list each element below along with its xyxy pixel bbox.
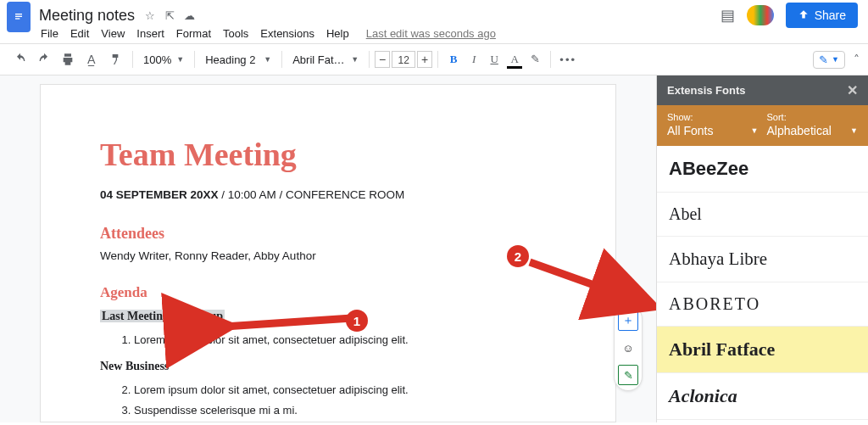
title-action-icons: ☆ ⇱ ☁ bbox=[142, 9, 198, 22]
font-item-abril-fatface[interactable]: Abril Fatface bbox=[657, 327, 868, 373]
side-floating-toolbar: ＋ ☺ ✎ bbox=[614, 305, 643, 391]
separator bbox=[550, 51, 551, 68]
ordered-list-1[interactable]: Lorem ipsum dolor sit amet, consectetuer… bbox=[134, 330, 556, 351]
close-icon[interactable]: ✕ bbox=[847, 82, 858, 98]
print-icon[interactable] bbox=[59, 49, 76, 70]
document-canvas[interactable]: Team Meeting 04 SEPTEMBER 20XX / 10:00 A… bbox=[0, 75, 656, 422]
editing-mode-select[interactable]: ✎▼ bbox=[813, 51, 845, 69]
font-item-abhaya-libre[interactable]: Abhaya Libre bbox=[657, 237, 868, 282]
annotation-badge-2: 2 bbox=[507, 245, 529, 267]
date-rest: / 10:00 AM / CONFERENCE ROOM bbox=[219, 188, 405, 201]
underline-button[interactable]: U bbox=[484, 49, 504, 70]
menu-extensions[interactable]: Extensions bbox=[260, 27, 314, 40]
caret-down-icon: ▼ bbox=[176, 55, 184, 64]
font-item-aboreto[interactable]: ABORETO bbox=[657, 282, 868, 327]
font-list[interactable]: ABeeZee Abel Abhaya Libre ABORETO Abril … bbox=[657, 146, 868, 422]
highlight-button[interactable]: ✎ bbox=[525, 49, 545, 70]
suggest-edit-icon[interactable]: ✎ bbox=[618, 365, 638, 385]
last-edit-link[interactable]: Last edit was seconds ago bbox=[366, 27, 496, 40]
font-item-abeezee[interactable]: ABeeZee bbox=[657, 146, 868, 193]
caret-down-icon: ▼ bbox=[351, 55, 359, 64]
paragraph-style-select[interactable]: Heading 2▼ bbox=[200, 53, 276, 66]
pen-icon: ✎ bbox=[819, 53, 828, 66]
paint-format-icon[interactable] bbox=[107, 49, 124, 70]
show-filter[interactable]: Show: All Fonts▼ bbox=[667, 112, 759, 137]
caret-down-icon: ▼ bbox=[850, 126, 858, 135]
spellcheck-icon[interactable]: A̲ bbox=[83, 49, 100, 70]
menu-tools[interactable]: Tools bbox=[223, 27, 248, 40]
attendees-heading[interactable]: Attendees bbox=[100, 225, 556, 243]
toolbar: A̲ 100%▼ Heading 2▼ Abril Fatface▼ − 12 … bbox=[0, 43, 868, 75]
decrease-font-button[interactable]: − bbox=[375, 51, 390, 68]
svg-rect-3 bbox=[15, 18, 19, 19]
document-title[interactable]: Meeting notes bbox=[39, 7, 135, 25]
show-value: All Fonts bbox=[667, 124, 713, 137]
list-item[interactable]: Suspendisse scelerisque mi a mi. bbox=[134, 400, 556, 422]
font-item-aclonica[interactable]: Aclonica bbox=[657, 373, 868, 420]
doc-heading-title[interactable]: Team Meeting bbox=[100, 136, 556, 173]
zoom-value: 100% bbox=[143, 53, 171, 66]
menu-help[interactable]: Help bbox=[326, 27, 349, 40]
show-label: Show: bbox=[667, 112, 759, 122]
text-color-button[interactable]: A bbox=[504, 49, 525, 70]
menu-file[interactable]: File bbox=[41, 27, 58, 40]
collapse-toolbar-icon[interactable]: ˄ bbox=[854, 53, 860, 66]
body-area: Team Meeting 04 SEPTEMBER 20XX / 10:00 A… bbox=[0, 75, 868, 422]
caret-down-icon: ▼ bbox=[832, 55, 839, 64]
separator bbox=[369, 51, 370, 68]
comments-icon[interactable]: ▤ bbox=[721, 6, 735, 25]
redo-icon[interactable] bbox=[36, 49, 53, 70]
star-icon[interactable]: ☆ bbox=[145, 9, 155, 22]
meet-icon[interactable] bbox=[747, 5, 774, 25]
menu-insert[interactable]: Insert bbox=[136, 27, 164, 40]
emoji-reaction-icon[interactable]: ☺ bbox=[618, 338, 638, 358]
increase-font-button[interactable]: + bbox=[417, 51, 432, 68]
subheading-last-meeting[interactable]: Last Meeting Follow-up bbox=[100, 310, 225, 322]
undo-icon[interactable] bbox=[12, 49, 29, 70]
caret-down-icon: ▼ bbox=[264, 55, 271, 64]
font-value: Abril Fatface bbox=[292, 53, 346, 66]
share-button[interactable]: Share bbox=[786, 3, 858, 28]
font-item-acme[interactable]: Acme bbox=[657, 420, 868, 422]
docs-app-icon[interactable] bbox=[7, 2, 31, 32]
ordered-list-2[interactable]: Lorem ipsum dolor sit amet, consectetuer… bbox=[134, 380, 556, 422]
sort-label: Sort: bbox=[767, 112, 859, 122]
title-bar: Meeting notes ☆ ⇱ ☁ ▤ Share bbox=[0, 0, 868, 27]
caret-down-icon: ▼ bbox=[751, 126, 759, 135]
doc-date-line[interactable]: 04 SEPTEMBER 20XX / 10:00 AM / CONFERENC… bbox=[100, 188, 556, 201]
menu-view[interactable]: View bbox=[101, 27, 125, 40]
ext-title: Extensis Fonts bbox=[667, 84, 745, 97]
move-icon[interactable]: ⇱ bbox=[165, 9, 175, 22]
ext-filter-bar: Show: All Fonts▼ Sort: Alphabetical▼ bbox=[657, 105, 868, 146]
sort-filter[interactable]: Sort: Alphabetical▼ bbox=[767, 112, 859, 137]
separator bbox=[281, 51, 282, 68]
sort-value: Alphabetical bbox=[767, 124, 832, 137]
ext-panel-header: Extensis Fonts ✕ bbox=[657, 75, 868, 105]
subheading-new-business[interactable]: New Business bbox=[100, 360, 556, 373]
agenda-heading[interactable]: Agenda bbox=[100, 284, 556, 301]
more-tools-icon[interactable]: ••• bbox=[559, 49, 576, 70]
date-bold: 04 SEPTEMBER 20XX bbox=[100, 188, 219, 201]
annotation-badge-1: 1 bbox=[346, 310, 368, 332]
font-size-input[interactable]: 12 bbox=[392, 51, 415, 68]
add-comment-icon[interactable]: ＋ bbox=[618, 310, 638, 331]
attendees-text[interactable]: Wendy Writer, Ronny Reader, Abby Author bbox=[100, 249, 556, 262]
zoom-select[interactable]: 100%▼ bbox=[138, 53, 189, 66]
separator bbox=[132, 51, 133, 68]
separator bbox=[437, 51, 438, 68]
italic-button[interactable]: I bbox=[464, 49, 484, 70]
bold-button[interactable]: B bbox=[443, 49, 464, 70]
extensis-fonts-panel: Extensis Fonts ✕ Show: All Fonts▼ Sort: … bbox=[656, 75, 868, 422]
cloud-status-icon[interactable]: ☁ bbox=[184, 9, 195, 22]
page: Team Meeting 04 SEPTEMBER 20XX / 10:00 A… bbox=[40, 84, 616, 422]
share-label: Share bbox=[815, 8, 846, 22]
font-family-select[interactable]: Abril Fatface▼ bbox=[287, 53, 364, 66]
menu-format[interactable]: Format bbox=[176, 27, 211, 40]
svg-rect-1 bbox=[15, 14, 22, 14]
list-item[interactable]: Lorem ipsum dolor sit amet, consectetuer… bbox=[134, 330, 556, 351]
svg-rect-2 bbox=[15, 16, 22, 17]
menu-edit[interactable]: Edit bbox=[70, 27, 89, 40]
style-value: Heading 2 bbox=[205, 53, 255, 66]
list-item[interactable]: Lorem ipsum dolor sit amet, consectetuer… bbox=[134, 380, 556, 401]
font-item-abel[interactable]: Abel bbox=[657, 193, 868, 237]
